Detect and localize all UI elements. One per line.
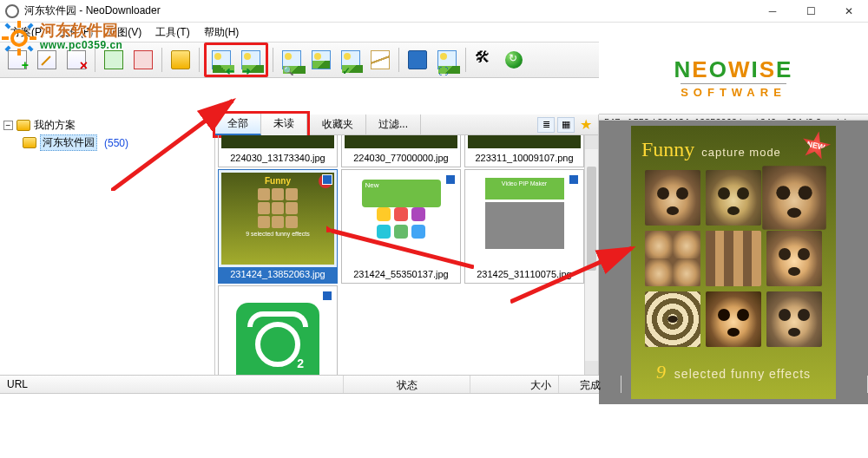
edit-project-button[interactable]	[33, 46, 61, 74]
window-titlebar: 河东软件园 - NeoDownloader ─ ☐ ✕	[0, 0, 868, 23]
fullscreen-button[interactable]	[433, 46, 461, 74]
thumb-item[interactable]: New 231424_55350137.jpg	[341, 169, 461, 284]
col-url[interactable]: URL	[0, 376, 344, 393]
view-thumbs-button[interactable]: ▦	[557, 117, 575, 133]
col-status[interactable]: 状态	[344, 376, 470, 393]
unread-badge-icon	[445, 174, 456, 185]
thumb-caption: 231425_31110075.jpg	[465, 267, 583, 283]
new-project-button[interactable]	[3, 46, 31, 74]
next-image-button[interactable]	[237, 46, 265, 74]
stop-button[interactable]	[129, 46, 157, 74]
tree-project-label: 河东软件园	[40, 134, 97, 151]
tree-root[interactable]: − 我的方案	[3, 118, 211, 133]
tab-all[interactable]: 全部	[215, 114, 261, 135]
thumb-item[interactable]: 223311_10009107.png	[464, 135, 584, 167]
delete-project-button[interactable]	[62, 46, 90, 74]
preview-title-sub: capture mode	[701, 146, 781, 159]
preview-footer-num: 9	[656, 361, 667, 383]
thumb-caption: 231424_55350137.jpg	[342, 267, 460, 283]
menu-file[interactable]: 文件(F)	[54, 23, 98, 42]
filter-tab-row: 全部 未读 收藏夹 过滤... ≣ ▦ ★	[215, 114, 598, 135]
thumb-item[interactable]: Video PIP Maker 231425_31110075.jpg	[464, 169, 584, 284]
preview-pane: 547 of 550 / 231424_13852063.jpg / 340 x…	[599, 114, 868, 375]
thumb-item[interactable]: 224030_77000000.jpg	[341, 135, 461, 167]
delete-image-button[interactable]	[307, 46, 335, 74]
preview-image: NEW Funny capture mode 9 s	[631, 126, 836, 399]
unread-badge-icon	[322, 291, 332, 301]
highlight-box-tabs: 全部 未读	[213, 111, 310, 138]
settings-button[interactable]	[470, 46, 498, 74]
thumb-caption: 224030_13173340.jpg	[219, 151, 337, 167]
tree-root-label: 我的方案	[34, 118, 76, 133]
preview-title-main: Funny	[641, 138, 694, 161]
menu-help[interactable]: 帮助(H)	[199, 23, 245, 42]
menu-view[interactable]: 视图(V)	[102, 23, 147, 42]
thumb-item[interactable]: 2 232208_40850096.png	[218, 285, 338, 375]
col-size[interactable]: 大小	[470, 376, 559, 393]
thumb-item-selected[interactable]: Funny9 selected funny effects 231424_138…	[218, 169, 338, 284]
project-tree: − 我的方案 河东软件园 (550)	[0, 114, 215, 375]
tab-filter[interactable]: 过滤...	[366, 114, 421, 134]
open-folder-button[interactable]	[167, 46, 194, 74]
start-button[interactable]	[100, 46, 128, 74]
folder-icon	[16, 120, 30, 131]
tree-project-count: (550)	[104, 137, 128, 149]
brand-logo-sub: SOFTWARE	[681, 83, 786, 99]
tree-project-node[interactable]: 河东软件园 (550)	[3, 134, 211, 151]
thumbnail-grid[interactable]: 224030_13173340.jpg 224030_77000000.jpg …	[215, 135, 598, 375]
unread-badge-icon	[569, 174, 579, 185]
wallpaper-button[interactable]	[404, 46, 431, 74]
preview-footer-text: selected funny effects	[670, 367, 811, 381]
folder-icon	[23, 137, 36, 148]
thumb-item[interactable]: 224030_13173340.jpg	[218, 135, 338, 167]
update-button[interactable]	[500, 46, 528, 74]
window-close-button[interactable]: ✕	[830, 0, 868, 23]
brand-logo-text: NEOWISE	[674, 56, 793, 83]
col-done[interactable]: 完成	[559, 376, 621, 393]
view-list-button[interactable]: ≣	[537, 117, 555, 133]
preview-viewport[interactable]: NEW Funny capture mode 9 s	[599, 121, 868, 404]
brand-logo-panel: NEOWISE SOFTWARE	[599, 42, 868, 114]
highlight-box-nav	[204, 43, 268, 77]
tab-favorites[interactable]: 收藏夹	[310, 114, 366, 134]
menu-bar: 方案(P) 文件(F) 视图(V) 工具(T) 帮助(H)	[0, 23, 868, 42]
window-maximize-button[interactable]: ☐	[792, 0, 830, 23]
thumb-caption: 223311_10009107.png	[465, 151, 583, 167]
main-toolbar	[0, 42, 599, 78]
collapse-icon[interactable]: −	[3, 121, 13, 130]
window-title: 河东软件园 - NeoDownloader	[24, 3, 753, 18]
window-minimize-button[interactable]: ─	[753, 0, 792, 23]
app-icon	[5, 4, 19, 18]
unread-badge-icon	[322, 174, 332, 185]
vertical-scrollbar[interactable]	[584, 135, 598, 375]
mark-read-button[interactable]	[337, 46, 365, 74]
preview-info-bar: 547 of 550 / 231424_13852063.jpg / 340 x…	[599, 114, 868, 121]
menu-tools[interactable]: 工具(T)	[150, 23, 194, 42]
thumbnail-pane: 全部 未读 收藏夹 过滤... ≣ ▦ ★ 224030_13173340.jp…	[215, 114, 599, 375]
favorite-star-button[interactable]: ★	[577, 117, 595, 133]
email-image-button[interactable]	[366, 46, 394, 74]
prev-image-button[interactable]	[207, 46, 235, 74]
thumb-caption: 224030_77000000.jpg	[342, 151, 460, 167]
tab-unread[interactable]: 未读	[261, 114, 307, 135]
menu-project[interactable]: 方案(P)	[5, 23, 50, 42]
thumb-caption: 231424_13852063.jpg	[219, 267, 337, 283]
view-image-button[interactable]	[278, 46, 306, 74]
